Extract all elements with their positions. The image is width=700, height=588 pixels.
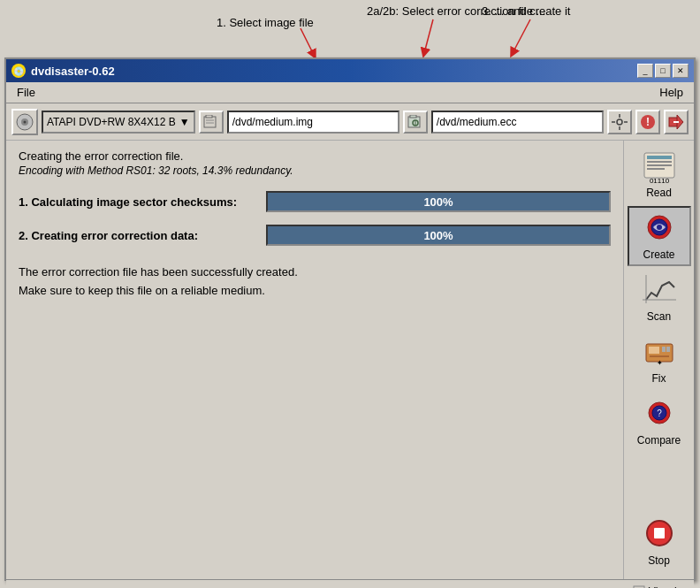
drive-label: ATAPI DVD+RW 8X4X12 B	[47, 116, 176, 128]
read-icon: 01110	[642, 149, 677, 185]
svg-rect-7	[206, 115, 212, 118]
svg-rect-27	[647, 164, 672, 166]
image-file-path: /dvd/medium.img	[232, 116, 313, 128]
drive-icon-button[interactable]	[11, 109, 38, 135]
progress2-value: 100%	[423, 229, 453, 242]
sidebar: 01110 Read Create	[623, 141, 694, 579]
progress-row-2: 2. Creating error correction data: 100%	[19, 225, 611, 246]
svg-rect-6	[204, 117, 216, 127]
svg-rect-25	[647, 156, 672, 159]
maximize-button[interactable]: □	[655, 64, 671, 78]
svg-rect-45	[654, 528, 665, 538]
app-icon: 💿	[11, 64, 26, 78]
ecc-file-select-button[interactable]	[403, 111, 428, 134]
progress1-label: 1. Calculating image sector checksums:	[19, 195, 257, 209]
progress2-bar: 100%	[266, 225, 611, 246]
progress1-bar: 100%	[266, 191, 611, 212]
svg-text:01110: 01110	[649, 177, 669, 183]
svg-text:!: !	[646, 116, 650, 128]
stop-label: Stop	[648, 554, 670, 567]
image-file-select-button[interactable]	[199, 111, 224, 134]
annotation-1: 1. Select image file	[217, 16, 314, 29]
svg-rect-28	[647, 168, 665, 170]
bottom-bar: View log	[6, 579, 694, 588]
svg-rect-11	[410, 115, 416, 118]
compare-label: Compare	[637, 434, 681, 447]
menubar: File Help	[6, 82, 694, 103]
drive-selector[interactable]: ATAPI DVD+RW 8X4X12 B ▼	[42, 111, 195, 134]
svg-line-0	[301, 28, 314, 55]
sidebar-read-button[interactable]: 01110 Read	[628, 144, 691, 204]
window-title: dvdisaster-0.62	[31, 65, 115, 78]
exit-button[interactable]	[664, 110, 689, 134]
view-log-button[interactable]: View log	[633, 585, 689, 589]
main-window: 💿 dvdisaster-0.62 _ □ ✕ File Help ATAPI …	[4, 57, 696, 581]
svg-text:?: ?	[657, 409, 662, 418]
success-message: The error correction file has been succe…	[19, 263, 611, 301]
settings-button[interactable]	[607, 110, 632, 134]
sidebar-scan-button[interactable]: Scan	[628, 268, 691, 328]
window-controls: _ □ ✕	[637, 64, 689, 78]
sidebar-create-button[interactable]: Create	[628, 206, 691, 266]
stop-button[interactable]: Stop	[628, 512, 691, 572]
titlebar: 💿 dvdisaster-0.62 _ □ ✕	[6, 59, 694, 82]
status-line1: Creating the error correction file.	[19, 149, 611, 163]
svg-rect-38	[666, 347, 670, 352]
main-content: Creating the error correction file. Enco…	[6, 141, 623, 579]
svg-line-2	[513, 19, 530, 53]
ecc-file-field[interactable]: /dvd/medium.ecc	[431, 111, 604, 134]
content-wrapper: Creating the error correction file. Enco…	[6, 141, 694, 579]
create-label: Create	[643, 248, 674, 261]
success-line2: Make sure to keep this file on a reliabl…	[19, 282, 611, 301]
toolbar: ATAPI DVD+RW 8X4X12 B ▼ /dvd/medium.img	[6, 103, 694, 141]
create-icon	[642, 211, 677, 247]
svg-point-14	[617, 119, 622, 125]
svg-point-5	[24, 120, 27, 123]
progress-row-1: 1. Calculating image sector checksums: 1…	[19, 191, 611, 212]
sidebar-fix-button[interactable]: ✦ Fix	[628, 330, 691, 390]
svg-rect-36	[649, 347, 659, 354]
svg-point-32	[657, 225, 662, 230]
annotation-2: 2a/2b: Select error correction file ...	[367, 4, 545, 18]
sidebar-compare-button[interactable]: ? Compare	[628, 392, 691, 452]
view-log-label: View log	[649, 585, 689, 589]
success-line1: The error correction file has been succe…	[19, 263, 611, 282]
scan-icon	[642, 273, 677, 309]
svg-rect-37	[662, 347, 666, 352]
ecc-file-path: /dvd/medium.ecc	[437, 116, 517, 128]
svg-rect-26	[647, 161, 672, 163]
titlebar-left: 💿 dvdisaster-0.62	[11, 64, 115, 78]
svg-line-1	[424, 19, 433, 53]
close-button[interactable]: ✕	[673, 64, 689, 78]
help-menu[interactable]: Help	[652, 84, 690, 101]
log-icon	[633, 585, 645, 589]
annotation-3: 3. ... and create it	[482, 4, 570, 18]
progress2-label: 2. Creating error correction data:	[19, 229, 257, 242]
fix-icon: ✦	[642, 335, 677, 370]
fix-label: Fix	[652, 372, 666, 385]
compare-icon: ?	[642, 397, 677, 432]
drive-dropdown-arrow: ▼	[179, 116, 190, 128]
status-line2: Encoding with Method RS01: 32 roots, 14.…	[19, 164, 611, 177]
scan-label: Scan	[647, 310, 671, 323]
minimize-button[interactable]: _	[637, 64, 653, 78]
file-menu[interactable]: File	[10, 84, 42, 101]
read-label: Read	[646, 187, 672, 199]
svg-text:✦: ✦	[656, 359, 662, 367]
image-file-field[interactable]: /dvd/medium.img	[227, 111, 399, 134]
alert-button[interactable]: !	[635, 110, 660, 134]
stop-icon	[642, 517, 677, 553]
progress1-value: 100%	[423, 195, 453, 209]
